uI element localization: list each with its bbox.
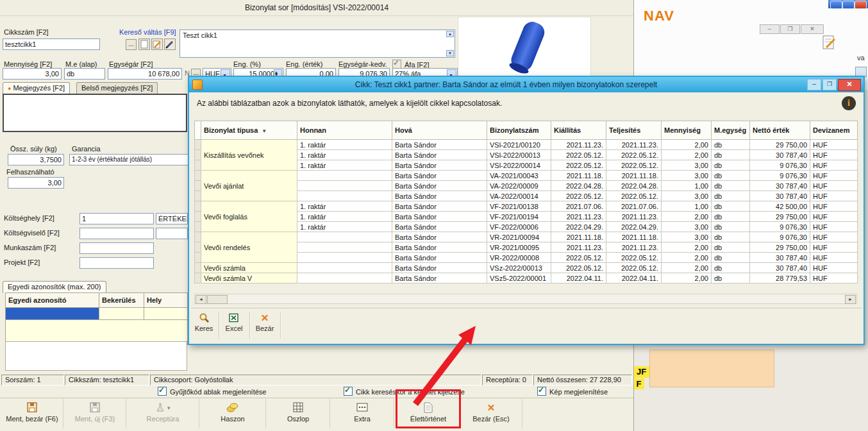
cell-szam[interactable]: VR-2021/00094: [487, 232, 551, 242]
header-hova[interactable]: Hová: [392, 121, 487, 140]
cell-szam[interactable]: VR-2022/00008: [487, 253, 551, 263]
cell-deviza[interactable]: HUF: [810, 212, 858, 222]
cell-teljesites[interactable]: 2021.11.18.: [606, 171, 662, 181]
cell-netto[interactable]: 28 779,53: [750, 273, 810, 283]
row-selector[interactable]: [195, 160, 201, 171]
cell-deviza[interactable]: HUF: [810, 222, 858, 232]
cell-kiallitas[interactable]: 2022.05.12.: [551, 191, 606, 201]
cell-mennyiseg[interactable]: 2,00: [662, 150, 712, 160]
header-honnan[interactable]: Honnan: [297, 121, 392, 140]
cell-szam[interactable]: VSl-2022/00014: [487, 160, 551, 171]
horizontal-scrollbar[interactable]: [194, 294, 857, 304]
cell-doc-type[interactable]: Vevői rendelés: [201, 232, 297, 263]
cell-hova[interactable]: Barta Sándor: [392, 273, 487, 283]
tab-belso-megjegyzes[interactable]: Belső megjegyzés [F2]: [76, 82, 158, 94]
me-alap-input[interactable]: db: [64, 68, 105, 80]
cell-netto[interactable]: 30 787,40: [750, 253, 810, 263]
cell-mennyiseg[interactable]: 3,00: [662, 171, 712, 181]
cell-honnan[interactable]: 1. raktár: [297, 150, 392, 160]
ment-bezar-button[interactable]: Ment, bezár (F6): [1, 399, 63, 428]
cell-kiallitas[interactable]: 2021.11.18.: [551, 232, 606, 242]
cell-megyseg[interactable]: db: [712, 160, 750, 171]
cell-deviza[interactable]: HUF: [810, 201, 858, 212]
cell-netto[interactable]: 9 076,30: [750, 171, 810, 181]
row-selector[interactable]: [195, 201, 201, 212]
header-devizanem[interactable]: Devizanem: [810, 121, 858, 140]
header-doc-type[interactable]: Bizonylat típusa: [201, 121, 297, 140]
scroll-up-icon[interactable]: ▲: [446, 31, 454, 37]
cell-mennyiseg[interactable]: 3,00: [662, 232, 712, 242]
cell-hova[interactable]: Barta Sándor: [392, 160, 487, 171]
kep-checkbox[interactable]: [537, 387, 546, 396]
minimize-icon[interactable]: [830, 1, 842, 9]
scroll-down-icon[interactable]: ▼: [446, 50, 454, 56]
table-row[interactable]: Vevői foglalás 1. raktár Barta Sándor VF…: [195, 201, 858, 212]
cell-megyseg[interactable]: db: [712, 253, 750, 263]
cell-teljesites[interactable]: 2021.11.18.: [606, 232, 662, 242]
maximize-icon[interactable]: [842, 1, 855, 9]
row-selector[interactable]: [195, 171, 201, 181]
row-selector[interactable]: [195, 232, 201, 242]
new-doc-icon[interactable]: [138, 38, 150, 50]
cell-kiallitas[interactable]: 2022.05.12.: [551, 150, 606, 160]
cell-hova[interactable]: Barta Sándor: [392, 150, 487, 160]
nav-minimize-button[interactable]: –: [760, 24, 780, 34]
cell-kiallitas[interactable]: 2021.07.06.: [551, 201, 606, 212]
cell-netto[interactable]: 30 787,40: [750, 191, 810, 201]
cell-kiallitas[interactable]: 2021.11.18.: [551, 171, 606, 181]
table-row[interactable]: Vevői rendelés Barta Sándor VR-2021/0009…: [195, 232, 858, 242]
cell-teljesites[interactable]: 2022.04.28.: [606, 181, 662, 191]
cell-mennyiseg[interactable]: 3,00: [662, 222, 712, 232]
cell-netto[interactable]: 9 076,30: [750, 160, 810, 171]
cell-netto[interactable]: 30 787,40: [750, 150, 810, 160]
cell-hova[interactable]: Barta Sándor: [392, 212, 487, 222]
cell-szam[interactable]: VF-2021/00194: [487, 212, 551, 222]
ment-uj-button[interactable]: Ment, új (F3): [64, 399, 126, 428]
cell-teljesites[interactable]: 2021.11.23.: [606, 242, 662, 253]
cell-teljesites[interactable]: 2022.05.12.: [606, 263, 662, 273]
egyedi-selected-cell[interactable]: [6, 308, 99, 320]
cell-deviza[interactable]: HUF: [810, 253, 858, 263]
cell-szam[interactable]: VF-2021/00138: [487, 201, 551, 212]
cell-netto[interactable]: 29 750,00: [750, 140, 810, 150]
header-kiallitas[interactable]: Kiállítás: [551, 121, 606, 140]
kereso-valtas-link[interactable]: Kereső váltás [F9]: [119, 28, 176, 36]
cell-szam[interactable]: VF-2022/00006: [487, 222, 551, 232]
row-selector[interactable]: [195, 191, 201, 201]
cell-mennyiseg[interactable]: 2,00: [662, 212, 712, 222]
edit-note-icon[interactable]: [821, 35, 837, 51]
cell-doc-type[interactable]: Vevői számla V: [201, 273, 297, 283]
cell-kiallitas[interactable]: 2021.11.23.: [551, 242, 606, 253]
receptura-button[interactable]: ▾ Receptúra: [127, 399, 199, 428]
cell-honnan[interactable]: [297, 181, 392, 191]
row-selector[interactable]: [195, 150, 201, 160]
row-selector[interactable]: [195, 263, 201, 273]
tab-megjegyzes[interactable]: ●Megjegyzés [F2]: [3, 82, 70, 94]
cell-netto[interactable]: 9 076,30: [750, 222, 810, 232]
scrollbar-thumb[interactable]: [207, 295, 228, 304]
cell-honnan[interactable]: [297, 273, 392, 283]
table-row[interactable]: Kiszállítás vevőnek 1. raktár Barta Sánd…: [195, 140, 858, 150]
dialog-bezar-button[interactable]: Bezár: [252, 312, 278, 340]
cell-netto[interactable]: 42 500,00: [750, 201, 810, 212]
munkaszam-input[interactable]: [79, 242, 154, 254]
cell-doc-type[interactable]: Kiszállítás vevőnek: [201, 140, 297, 171]
cell-szam[interactable]: VSl-2021/00120: [487, 140, 551, 150]
megjegyzes-textarea[interactable]: [3, 94, 187, 132]
cell-szam[interactable]: VSl-2022/00013: [487, 150, 551, 160]
cell-honnan[interactable]: [297, 253, 392, 263]
cell-teljesites[interactable]: 2022.05.12.: [606, 253, 662, 263]
nav-maximize-button[interactable]: ❐: [780, 24, 800, 34]
cell-netto[interactable]: 30 787,40: [750, 263, 810, 273]
cell-mennyiseg[interactable]: 2,00: [662, 140, 712, 150]
cell-doc-type[interactable]: Vevői ajánlat: [201, 171, 297, 201]
cell-kiallitas[interactable]: 2022.04.11.: [551, 273, 606, 283]
cell-teljesites[interactable]: 2022.05.12.: [606, 160, 662, 171]
nav-close-button[interactable]: ✕: [801, 24, 824, 34]
cell-deviza[interactable]: HUF: [810, 191, 858, 201]
cell-honnan[interactable]: 1. raktár: [297, 212, 392, 222]
row-selector[interactable]: [195, 273, 201, 283]
row-selector[interactable]: [195, 242, 201, 253]
table-row[interactable]: Vevői ajánlat Barta Sándor VA-2021/00043…: [195, 171, 858, 181]
row-selector[interactable]: [195, 181, 201, 191]
